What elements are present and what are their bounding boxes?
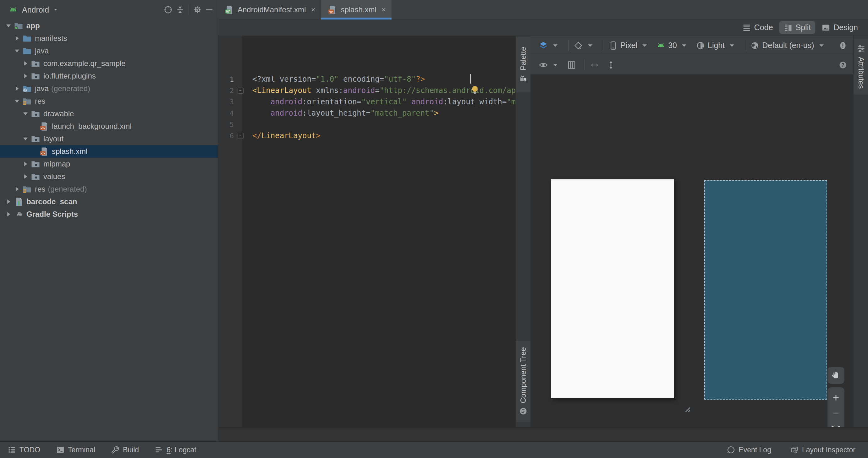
collapse-all-button[interactable] bbox=[174, 4, 186, 16]
device-preview-design[interactable] bbox=[551, 179, 674, 398]
issues-button[interactable] bbox=[838, 41, 847, 50]
module-icon bbox=[14, 197, 23, 206]
help-button[interactable]: ? bbox=[838, 60, 847, 70]
api-selector[interactable]: 30 bbox=[656, 41, 689, 50]
statusbar-todo-button[interactable]: TODO bbox=[7, 446, 40, 454]
editor-tab-androidmanifest-xml[interactable]: MFAndroidManifest.xml× bbox=[218, 0, 321, 19]
tree-item-launch-background-xml[interactable]: <>launch_background.xml bbox=[0, 120, 218, 133]
api-level-label: 30 bbox=[668, 41, 677, 50]
view-mode-label: Code bbox=[754, 23, 773, 32]
tree-item-res[interactable]: res bbox=[0, 95, 218, 107]
design-canvas[interactable]: 1:1 bbox=[530, 75, 853, 427]
svg-text:<>: <> bbox=[41, 126, 45, 130]
code-line-1[interactable]: 1<?xml version="1.0" encoding="utf-8"?> bbox=[218, 73, 516, 85]
tree-item-gradle-scripts[interactable]: Gradle Scripts bbox=[0, 208, 218, 221]
chevron-collapsed-icon[interactable] bbox=[21, 72, 30, 80]
chevron-collapsed-icon[interactable] bbox=[21, 59, 30, 68]
project-view-selector[interactable]: Android bbox=[8, 5, 58, 15]
folder-blue-icon bbox=[22, 46, 32, 56]
device-preview-blueprint[interactable] bbox=[704, 180, 827, 400]
manifest-file-icon: MF bbox=[224, 5, 234, 14]
chevron-expanded-icon[interactable] bbox=[13, 97, 21, 105]
tree-item-barcode-scan[interactable]: barcode_scan bbox=[0, 195, 218, 208]
tree-item-layout[interactable]: layout bbox=[0, 133, 218, 145]
tree-item-manifests[interactable]: manifests bbox=[0, 32, 218, 44]
project-panel-header: Android bbox=[0, 0, 218, 20]
chevron-expanded-icon[interactable] bbox=[13, 47, 21, 55]
theme-selector[interactable]: Light bbox=[696, 41, 737, 50]
view-options-button[interactable] bbox=[539, 60, 560, 70]
grid-columns-icon bbox=[567, 60, 576, 70]
component-tree-tab[interactable]: Component Tree bbox=[516, 341, 531, 422]
orientation-selector[interactable] bbox=[574, 41, 595, 50]
hide-panel-button[interactable] bbox=[203, 4, 215, 16]
chevron-expanded-icon[interactable] bbox=[21, 110, 30, 118]
layers-icon bbox=[539, 41, 548, 50]
chevron-expanded-icon[interactable] bbox=[4, 22, 12, 30]
line-number: 6 bbox=[218, 132, 234, 140]
view-mode-split-button[interactable]: Split bbox=[779, 21, 815, 34]
fold-marker-icon[interactable]: − bbox=[234, 133, 247, 139]
close-tab-icon[interactable]: × bbox=[381, 5, 386, 14]
intention-bulb-icon[interactable] bbox=[469, 85, 480, 96]
tree-item-io-flutter-plugins[interactable]: io.flutter.plugins bbox=[0, 70, 218, 82]
device-selector[interactable]: Pixel bbox=[609, 41, 649, 50]
chevron-collapsed-icon[interactable] bbox=[13, 85, 21, 93]
tree-item-java[interactable]: java bbox=[0, 44, 218, 57]
tree-item-com-example-qr-sample[interactable]: com.example.qr_sample bbox=[0, 57, 218, 70]
constrain-vertical-button[interactable] bbox=[606, 60, 616, 70]
status-bar: TODOTerminalBuild6: Logcat Event LogLayo… bbox=[0, 441, 868, 458]
statusbar-layout-inspector-button[interactable]: Layout Inspector bbox=[790, 446, 856, 454]
statusbar-terminal-button[interactable]: Terminal bbox=[56, 446, 95, 454]
tree-item-java[interactable]: java(generated) bbox=[0, 82, 218, 95]
tree-item-res[interactable]: res(generated) bbox=[0, 183, 218, 195]
component-tree-tab-label: Component Tree bbox=[519, 347, 528, 403]
attributes-tab[interactable]: Attributes bbox=[854, 39, 868, 95]
view-mode-label: Design bbox=[833, 23, 858, 32]
locate-file-button[interactable] bbox=[162, 4, 174, 16]
chevron-down-icon bbox=[53, 7, 58, 12]
chevron-collapsed-icon[interactable] bbox=[13, 185, 21, 193]
project-view-label: Android bbox=[22, 5, 49, 14]
grid-mode-button[interactable] bbox=[567, 60, 576, 70]
close-tab-icon[interactable]: × bbox=[311, 5, 315, 14]
design-surface-selector[interactable] bbox=[539, 41, 560, 50]
chevron-collapsed-icon[interactable] bbox=[21, 160, 30, 168]
tree-item-suffix: (generated) bbox=[48, 185, 87, 194]
tree-item-label: res bbox=[35, 97, 45, 105]
code-editor[interactable]: 1<?xml version="1.0" encoding="utf-8"?>2… bbox=[218, 36, 516, 427]
chevron-collapsed-icon[interactable] bbox=[13, 34, 21, 42]
tree-item-values[interactable]: values bbox=[0, 170, 218, 183]
tree-item-splash-xml[interactable]: <>splash.xml bbox=[0, 145, 218, 158]
statusbar--logcat-button[interactable]: 6: Logcat bbox=[155, 446, 196, 454]
view-mode-code-button[interactable]: Code bbox=[738, 21, 777, 34]
code-line-4[interactable]: 4 android:layout_height="match_parent"> bbox=[218, 107, 516, 119]
palette-tab[interactable]: Palette bbox=[516, 37, 531, 92]
code-line-3[interactable]: 3 android:orientation="vertical" android… bbox=[218, 96, 516, 107]
chevron-collapsed-icon[interactable] bbox=[21, 172, 30, 181]
statusbar-event-log-button[interactable]: Event Log bbox=[726, 446, 771, 454]
tree-item-app[interactable]: app bbox=[0, 20, 218, 32]
code-line-6[interactable]: 6−</LinearLayout> bbox=[218, 130, 516, 141]
view-mode-design-button[interactable]: Design bbox=[817, 21, 862, 34]
chevron-collapsed-icon[interactable] bbox=[4, 210, 12, 218]
statusbar-label: Build bbox=[123, 446, 139, 454]
settings-button[interactable] bbox=[191, 4, 203, 16]
preview-resize-handle[interactable] bbox=[677, 400, 692, 413]
line-number: 1 bbox=[218, 75, 234, 83]
tree-item-mipmap[interactable]: mipmap bbox=[0, 158, 218, 170]
chevron-expanded-icon[interactable] bbox=[21, 135, 30, 143]
zoom-in-button[interactable] bbox=[831, 393, 841, 402]
locale-selector[interactable]: Default (en-us) bbox=[750, 41, 826, 50]
editor-tab-splash-xml[interactable]: <>splash.xml× bbox=[321, 0, 392, 19]
chevron-collapsed-icon[interactable] bbox=[4, 198, 12, 206]
svg-text:<>: <> bbox=[41, 152, 45, 156]
code-line-5[interactable]: 5 bbox=[218, 119, 516, 130]
breadcrumb-strip bbox=[218, 427, 868, 441]
tree-item-drawable[interactable]: drawable bbox=[0, 107, 218, 120]
pan-tool-button[interactable] bbox=[828, 367, 844, 384]
constrain-horizontal-button[interactable] bbox=[590, 60, 599, 70]
fold-marker-icon[interactable]: − bbox=[234, 88, 247, 94]
statusbar-build-button[interactable]: Build bbox=[111, 446, 139, 454]
zoom-out-button[interactable] bbox=[831, 408, 841, 418]
